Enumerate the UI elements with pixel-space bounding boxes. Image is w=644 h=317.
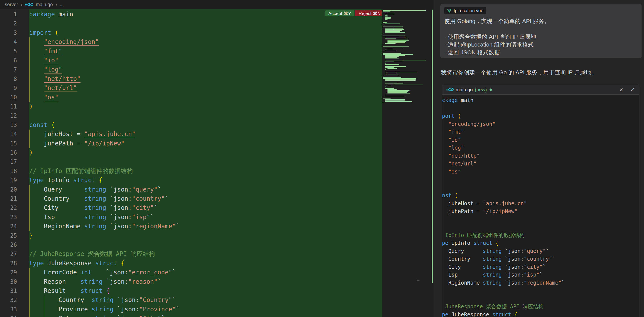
code-line: Reason string `json:"reason"`: [29, 277, 161, 286]
code-card-header: ≡GO main.go (new) × ✓: [442, 85, 639, 95]
code-line: City string `json:"city"`: [29, 203, 158, 212]
minimap-line: [383, 53, 401, 54]
minimap-line: [385, 32, 405, 33]
minimap-line: [385, 67, 394, 68]
line-number: 18: [10, 167, 17, 176]
minimap-line: [385, 56, 398, 57]
line-number: 8: [14, 74, 17, 83]
chevron-right-icon: ›: [21, 2, 22, 7]
minimap-line: [385, 51, 397, 51]
minimap-line: [383, 13, 388, 13]
minimap-line: [385, 58, 398, 58]
breadcrumb-symbol[interactable]: ...: [60, 2, 64, 7]
line-number: 30: [10, 277, 17, 286]
minimap-line: [383, 75, 383, 76]
code-line: }: [29, 231, 33, 240]
vue-icon: [447, 9, 452, 13]
overview-ruler: [431, 9, 434, 317]
modified-dot-icon: [490, 88, 492, 91]
minimap-line: [383, 22, 387, 23]
minimap-line: [388, 49, 393, 49]
breadcrumb-file[interactable]: main.go: [36, 2, 53, 7]
diff-action-buttons: Accept ⌘Y Reject ⌘N: [325, 10, 384, 16]
code-line: ): [29, 102, 33, 111]
line-number: 32: [10, 296, 17, 305]
indent-guide: [44, 296, 44, 317]
minimap-line: [385, 38, 405, 38]
minimap-line: [388, 89, 397, 90]
minimap-line: [385, 24, 398, 24]
code-card-filename[interactable]: main.go: [456, 87, 472, 93]
minimap-line: [385, 14, 388, 15]
line-number: 12: [10, 111, 17, 120]
line-number: 10: [10, 93, 17, 102]
minimap-line: [385, 14, 394, 14]
code-line: type JuheResponse struct {: [29, 259, 124, 268]
minimap-line: [385, 30, 402, 31]
minimap-line: [385, 55, 405, 56]
line-number: 24: [10, 222, 17, 231]
code-editor[interactable]: package mainimport ( "encoding/json" "fm…: [29, 9, 382, 317]
minimap-line: [383, 102, 383, 103]
minimap-line: [388, 42, 405, 43]
minimap-line: [388, 92, 407, 93]
overview-cursor-marker: [417, 280, 420, 281]
minimap-line: [383, 44, 383, 45]
file-chip[interactable]: IpLocation.vue: [444, 7, 486, 14]
minimap-line: [385, 31, 400, 32]
code-line: Province string `json:"Province"`: [29, 305, 180, 314]
reject-button[interactable]: Reject ⌘N: [355, 10, 384, 16]
minimap-line: [385, 61, 394, 62]
line-number: 34: [10, 314, 17, 317]
minimap-line: [388, 90, 410, 91]
code-line: Country string `json:"country"`: [29, 194, 168, 203]
minimap[interactable]: [382, 9, 431, 317]
minimap-line: [385, 69, 386, 70]
code-line: ErrorCode int `json:"error_code"`: [29, 268, 176, 277]
line-number: 19: [10, 176, 17, 185]
minimap-line: [385, 18, 390, 19]
indent-guide: [29, 268, 30, 317]
breadcrumb-folder[interactable]: server: [5, 2, 18, 7]
minimap-line: [383, 11, 390, 11]
minimap-line: [385, 80, 416, 81]
minimap-line: [385, 83, 403, 83]
minimap-line: [388, 41, 406, 42]
code-line: "fmt": [29, 47, 62, 56]
minimap-line: [388, 91, 408, 92]
minimap-line: [385, 82, 397, 83]
close-icon[interactable]: ×: [620, 86, 623, 93]
line-number: 29: [10, 268, 17, 277]
code-line: juheHost = "apis.juhe.cn": [29, 130, 136, 139]
minimap-line: [383, 35, 405, 35]
code-line: Isp string `json:"isp"`: [29, 213, 154, 222]
minimap-line: [385, 79, 416, 80]
code-line: RegionName string `json:"regionName"`: [29, 222, 180, 231]
code-line: // JuheResponse 聚合数据 API 响应结构: [29, 249, 155, 259]
line-number: 20: [10, 185, 17, 194]
minimap-line: [388, 73, 397, 73]
minimap-line: [388, 93, 410, 94]
minimap-line: [388, 39, 408, 40]
minimap-line: [385, 101, 412, 102]
user-message-bullet: - 使用聚合数据的 API 查询 IP 归属地: [444, 33, 638, 41]
code-preview[interactable]: package main import ( "encoding/json" "f…: [442, 95, 639, 317]
minimap-line: [385, 84, 394, 84]
line-number: 26: [10, 240, 17, 249]
minimap-line: [388, 68, 397, 69]
line-number: 25: [10, 231, 17, 240]
minimap-line: [385, 60, 426, 60]
line-number: 13: [10, 120, 17, 130]
code-line: Result struct {: [29, 286, 110, 296]
code-line: Country string `json:"Country"`: [29, 296, 176, 305]
minimap-line: [385, 29, 404, 30]
minimap-line: [385, 74, 386, 74]
line-number: 31: [10, 286, 17, 296]
line-number: 23: [10, 213, 17, 222]
code-line: "net/http": [29, 74, 80, 83]
user-message-text: 使用 Golang，实现一个简单的 API 服务。: [444, 17, 638, 25]
code-line: type IpInfo struct {: [29, 176, 102, 185]
minimap-line: [383, 54, 413, 55]
apply-check-icon[interactable]: ✓: [630, 87, 635, 93]
accept-button[interactable]: Accept ⌘Y: [325, 10, 354, 16]
